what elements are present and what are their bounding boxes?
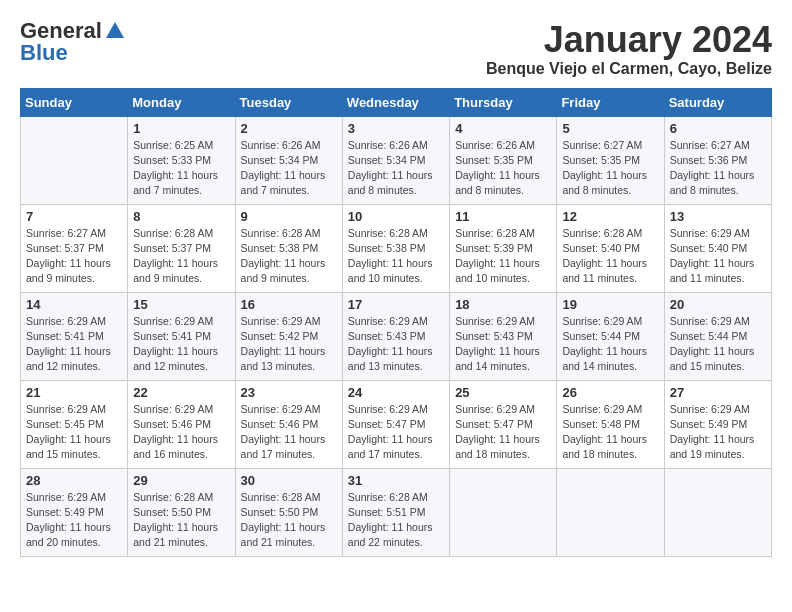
calendar-cell: 3Sunrise: 6:26 AMSunset: 5:34 PMDaylight… <box>342 116 449 204</box>
logo-general-text: General <box>20 20 102 42</box>
day-number: 14 <box>26 297 122 312</box>
day-number: 17 <box>348 297 444 312</box>
calendar-cell <box>557 468 664 556</box>
day-number: 10 <box>348 209 444 224</box>
logo: General Blue <box>20 20 126 64</box>
day-number: 27 <box>670 385 766 400</box>
calendar-week-row: 21Sunrise: 6:29 AMSunset: 5:45 PMDayligh… <box>21 380 772 468</box>
day-info: Sunrise: 6:25 AMSunset: 5:33 PMDaylight:… <box>133 138 229 199</box>
day-info: Sunrise: 6:28 AMSunset: 5:40 PMDaylight:… <box>562 226 658 287</box>
day-number: 4 <box>455 121 551 136</box>
day-info: Sunrise: 6:29 AMSunset: 5:43 PMDaylight:… <box>348 314 444 375</box>
day-info: Sunrise: 6:28 AMSunset: 5:50 PMDaylight:… <box>133 490 229 551</box>
calendar-cell: 4Sunrise: 6:26 AMSunset: 5:35 PMDaylight… <box>450 116 557 204</box>
calendar-cell: 5Sunrise: 6:27 AMSunset: 5:35 PMDaylight… <box>557 116 664 204</box>
calendar-cell: 18Sunrise: 6:29 AMSunset: 5:43 PMDayligh… <box>450 292 557 380</box>
day-info: Sunrise: 6:29 AMSunset: 5:47 PMDaylight:… <box>455 402 551 463</box>
calendar-cell: 17Sunrise: 6:29 AMSunset: 5:43 PMDayligh… <box>342 292 449 380</box>
day-number: 19 <box>562 297 658 312</box>
calendar-cell: 15Sunrise: 6:29 AMSunset: 5:41 PMDayligh… <box>128 292 235 380</box>
day-info: Sunrise: 6:29 AMSunset: 5:44 PMDaylight:… <box>562 314 658 375</box>
calendar-cell <box>664 468 771 556</box>
month-title: January 2024 <box>486 20 772 60</box>
day-info: Sunrise: 6:27 AMSunset: 5:36 PMDaylight:… <box>670 138 766 199</box>
day-number: 26 <box>562 385 658 400</box>
day-number: 9 <box>241 209 337 224</box>
header-tuesday: Tuesday <box>235 88 342 116</box>
day-info: Sunrise: 6:29 AMSunset: 5:42 PMDaylight:… <box>241 314 337 375</box>
day-number: 20 <box>670 297 766 312</box>
day-number: 11 <box>455 209 551 224</box>
location-title: Benque Viejo el Carmen, Cayo, Belize <box>486 60 772 78</box>
calendar-cell: 7Sunrise: 6:27 AMSunset: 5:37 PMDaylight… <box>21 204 128 292</box>
calendar-cell: 14Sunrise: 6:29 AMSunset: 5:41 PMDayligh… <box>21 292 128 380</box>
day-number: 21 <box>26 385 122 400</box>
logo-icon <box>104 20 126 42</box>
calendar-cell: 23Sunrise: 6:29 AMSunset: 5:46 PMDayligh… <box>235 380 342 468</box>
day-info: Sunrise: 6:28 AMSunset: 5:37 PMDaylight:… <box>133 226 229 287</box>
day-info: Sunrise: 6:29 AMSunset: 5:47 PMDaylight:… <box>348 402 444 463</box>
day-info: Sunrise: 6:29 AMSunset: 5:40 PMDaylight:… <box>670 226 766 287</box>
calendar-cell: 11Sunrise: 6:28 AMSunset: 5:39 PMDayligh… <box>450 204 557 292</box>
calendar-cell: 10Sunrise: 6:28 AMSunset: 5:38 PMDayligh… <box>342 204 449 292</box>
header-sunday: Sunday <box>21 88 128 116</box>
logo-blue-text: Blue <box>20 42 68 64</box>
day-info: Sunrise: 6:29 AMSunset: 5:44 PMDaylight:… <box>670 314 766 375</box>
day-info: Sunrise: 6:29 AMSunset: 5:43 PMDaylight:… <box>455 314 551 375</box>
calendar-cell: 22Sunrise: 6:29 AMSunset: 5:46 PMDayligh… <box>128 380 235 468</box>
header-saturday: Saturday <box>664 88 771 116</box>
header-wednesday: Wednesday <box>342 88 449 116</box>
calendar-cell: 13Sunrise: 6:29 AMSunset: 5:40 PMDayligh… <box>664 204 771 292</box>
day-number: 13 <box>670 209 766 224</box>
calendar-cell: 12Sunrise: 6:28 AMSunset: 5:40 PMDayligh… <box>557 204 664 292</box>
day-info: Sunrise: 6:29 AMSunset: 5:48 PMDaylight:… <box>562 402 658 463</box>
calendar-cell: 1Sunrise: 6:25 AMSunset: 5:33 PMDaylight… <box>128 116 235 204</box>
day-info: Sunrise: 6:28 AMSunset: 5:39 PMDaylight:… <box>455 226 551 287</box>
day-number: 28 <box>26 473 122 488</box>
day-info: Sunrise: 6:27 AMSunset: 5:37 PMDaylight:… <box>26 226 122 287</box>
day-number: 23 <box>241 385 337 400</box>
header-friday: Friday <box>557 88 664 116</box>
header-monday: Monday <box>128 88 235 116</box>
calendar-cell: 27Sunrise: 6:29 AMSunset: 5:49 PMDayligh… <box>664 380 771 468</box>
calendar-week-row: 28Sunrise: 6:29 AMSunset: 5:49 PMDayligh… <box>21 468 772 556</box>
day-number: 12 <box>562 209 658 224</box>
calendar-cell: 8Sunrise: 6:28 AMSunset: 5:37 PMDaylight… <box>128 204 235 292</box>
day-number: 29 <box>133 473 229 488</box>
day-info: Sunrise: 6:27 AMSunset: 5:35 PMDaylight:… <box>562 138 658 199</box>
day-info: Sunrise: 6:28 AMSunset: 5:38 PMDaylight:… <box>241 226 337 287</box>
calendar-cell: 30Sunrise: 6:28 AMSunset: 5:50 PMDayligh… <box>235 468 342 556</box>
day-number: 16 <box>241 297 337 312</box>
calendar-week-row: 14Sunrise: 6:29 AMSunset: 5:41 PMDayligh… <box>21 292 772 380</box>
day-number: 15 <box>133 297 229 312</box>
page-header: General Blue January 2024 Benque Viejo e… <box>20 20 772 78</box>
day-info: Sunrise: 6:28 AMSunset: 5:50 PMDaylight:… <box>241 490 337 551</box>
calendar-cell: 26Sunrise: 6:29 AMSunset: 5:48 PMDayligh… <box>557 380 664 468</box>
calendar-cell: 28Sunrise: 6:29 AMSunset: 5:49 PMDayligh… <box>21 468 128 556</box>
day-number: 1 <box>133 121 229 136</box>
calendar-cell: 19Sunrise: 6:29 AMSunset: 5:44 PMDayligh… <box>557 292 664 380</box>
day-info: Sunrise: 6:29 AMSunset: 5:49 PMDaylight:… <box>26 490 122 551</box>
day-info: Sunrise: 6:28 AMSunset: 5:51 PMDaylight:… <box>348 490 444 551</box>
day-info: Sunrise: 6:26 AMSunset: 5:34 PMDaylight:… <box>241 138 337 199</box>
day-info: Sunrise: 6:29 AMSunset: 5:41 PMDaylight:… <box>133 314 229 375</box>
day-info: Sunrise: 6:29 AMSunset: 5:41 PMDaylight:… <box>26 314 122 375</box>
day-number: 3 <box>348 121 444 136</box>
title-block: January 2024 Benque Viejo el Carmen, Cay… <box>486 20 772 78</box>
day-number: 24 <box>348 385 444 400</box>
day-number: 6 <box>670 121 766 136</box>
calendar-cell: 16Sunrise: 6:29 AMSunset: 5:42 PMDayligh… <box>235 292 342 380</box>
day-number: 5 <box>562 121 658 136</box>
calendar-cell: 6Sunrise: 6:27 AMSunset: 5:36 PMDaylight… <box>664 116 771 204</box>
day-info: Sunrise: 6:29 AMSunset: 5:46 PMDaylight:… <box>133 402 229 463</box>
day-number: 31 <box>348 473 444 488</box>
day-info: Sunrise: 6:26 AMSunset: 5:35 PMDaylight:… <box>455 138 551 199</box>
calendar-cell: 25Sunrise: 6:29 AMSunset: 5:47 PMDayligh… <box>450 380 557 468</box>
calendar-cell: 29Sunrise: 6:28 AMSunset: 5:50 PMDayligh… <box>128 468 235 556</box>
calendar-table: SundayMondayTuesdayWednesdayThursdayFrid… <box>20 88 772 557</box>
header-thursday: Thursday <box>450 88 557 116</box>
calendar-cell: 20Sunrise: 6:29 AMSunset: 5:44 PMDayligh… <box>664 292 771 380</box>
calendar-cell <box>450 468 557 556</box>
day-info: Sunrise: 6:28 AMSunset: 5:38 PMDaylight:… <box>348 226 444 287</box>
calendar-cell <box>21 116 128 204</box>
